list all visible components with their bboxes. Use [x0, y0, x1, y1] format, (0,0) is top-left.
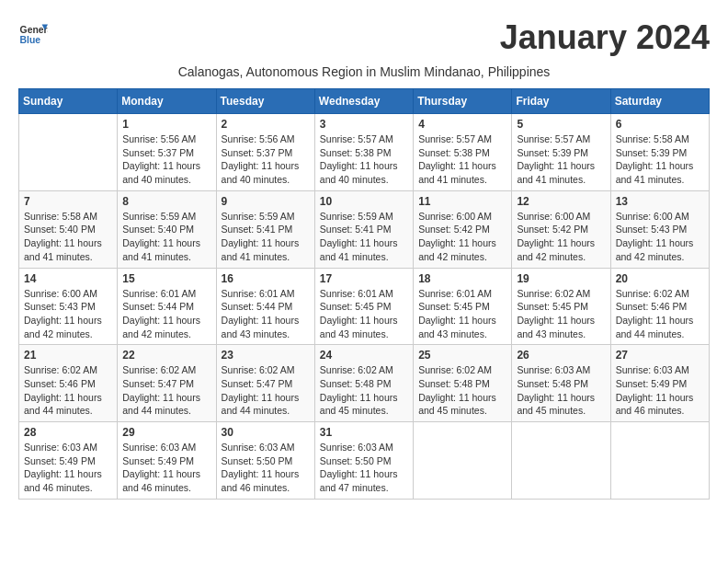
- calendar-cell: 2Sunrise: 5:56 AMSunset: 5:37 PMDaylight…: [216, 114, 314, 191]
- day-info: Sunrise: 5:59 AMSunset: 5:40 PMDaylight:…: [122, 210, 210, 264]
- day-info: Sunrise: 5:57 AMSunset: 5:38 PMDaylight:…: [320, 132, 408, 187]
- calendar-cell: 17Sunrise: 6:01 AMSunset: 5:45 PMDayligh…: [314, 268, 413, 345]
- day-number: 31: [320, 426, 408, 439]
- day-number: 15: [122, 272, 210, 285]
- calendar-cell: 20Sunrise: 6:02 AMSunset: 5:46 PMDayligh…: [610, 268, 709, 345]
- day-info: Sunrise: 6:03 AMSunset: 5:49 PMDaylight:…: [122, 441, 210, 495]
- day-number: 6: [616, 118, 704, 131]
- day-info: Sunrise: 5:57 AMSunset: 5:39 PMDaylight:…: [517, 132, 605, 187]
- day-number: 30: [222, 426, 310, 439]
- day-number: 17: [320, 272, 408, 285]
- weekday-header-row: SundayMondayTuesdayWednesdayThursdayFrid…: [19, 89, 710, 114]
- day-number: 24: [320, 349, 408, 362]
- weekday-header-wednesday: Wednesday: [314, 89, 413, 114]
- day-number: 10: [320, 195, 408, 208]
- calendar-cell: 5Sunrise: 5:57 AMSunset: 5:39 PMDaylight…: [512, 114, 610, 191]
- calendar-cell: [414, 422, 512, 500]
- day-info: Sunrise: 6:00 AMSunset: 5:43 PMDaylight:…: [24, 287, 112, 341]
- day-number: 7: [24, 195, 112, 208]
- day-info: Sunrise: 6:03 AMSunset: 5:50 PMDaylight:…: [222, 441, 310, 495]
- day-info: Sunrise: 6:02 AMSunset: 5:47 PMDaylight:…: [122, 363, 210, 418]
- day-info: Sunrise: 6:02 AMSunset: 5:46 PMDaylight:…: [24, 363, 112, 418]
- day-info: Sunrise: 6:02 AMSunset: 5:47 PMDaylight:…: [222, 363, 310, 418]
- calendar-cell: 24Sunrise: 6:02 AMSunset: 5:48 PMDayligh…: [314, 345, 413, 422]
- calendar-body: 1Sunrise: 5:56 AMSunset: 5:37 PMDaylight…: [19, 114, 710, 500]
- calendar-week-2: 7Sunrise: 5:58 AMSunset: 5:40 PMDaylight…: [19, 190, 710, 268]
- day-info: Sunrise: 5:56 AMSunset: 5:37 PMDaylight:…: [122, 132, 210, 187]
- calendar-cell: 10Sunrise: 5:59 AMSunset: 5:41 PMDayligh…: [314, 190, 413, 268]
- calendar-cell: 27Sunrise: 6:03 AMSunset: 5:49 PMDayligh…: [610, 345, 709, 422]
- day-info: Sunrise: 6:00 AMSunset: 5:42 PMDaylight:…: [418, 210, 506, 264]
- day-number: 27: [616, 349, 704, 362]
- day-number: 5: [517, 118, 605, 131]
- day-info: Sunrise: 6:03 AMSunset: 5:49 PMDaylight:…: [616, 363, 704, 418]
- calendar-cell: 6Sunrise: 5:58 AMSunset: 5:39 PMDaylight…: [610, 114, 709, 191]
- page-header: General Blue January 2024: [18, 18, 710, 57]
- calendar-cell: 4Sunrise: 5:57 AMSunset: 5:38 PMDaylight…: [414, 114, 512, 191]
- calendar-week-1: 1Sunrise: 5:56 AMSunset: 5:37 PMDaylight…: [19, 114, 710, 191]
- day-number: 12: [517, 195, 605, 208]
- day-info: Sunrise: 6:01 AMSunset: 5:44 PMDaylight:…: [122, 287, 210, 341]
- day-info: Sunrise: 6:02 AMSunset: 5:46 PMDaylight:…: [616, 287, 704, 341]
- day-number: 14: [24, 272, 112, 285]
- day-info: Sunrise: 5:56 AMSunset: 5:37 PMDaylight:…: [222, 132, 310, 187]
- calendar-subtitle: Calanogas, Autonomous Region in Muslim M…: [18, 64, 710, 79]
- day-number: 19: [517, 272, 605, 285]
- day-info: Sunrise: 6:03 AMSunset: 5:49 PMDaylight:…: [24, 441, 112, 495]
- calendar-cell: 15Sunrise: 6:01 AMSunset: 5:44 PMDayligh…: [118, 268, 216, 345]
- day-number: 3: [320, 118, 408, 131]
- day-number: 11: [418, 195, 506, 208]
- day-number: 26: [517, 349, 605, 362]
- day-number: 2: [222, 118, 310, 131]
- calendar-cell: 1Sunrise: 5:56 AMSunset: 5:37 PMDaylight…: [118, 114, 216, 191]
- calendar-cell: 23Sunrise: 6:02 AMSunset: 5:47 PMDayligh…: [216, 345, 314, 422]
- day-number: 1: [122, 118, 210, 131]
- calendar-cell: 31Sunrise: 6:03 AMSunset: 5:50 PMDayligh…: [314, 422, 413, 500]
- month-title: January 2024: [500, 18, 710, 57]
- day-info: Sunrise: 5:59 AMSunset: 5:41 PMDaylight:…: [222, 210, 310, 264]
- day-number: 4: [418, 118, 506, 131]
- day-number: 20: [616, 272, 704, 285]
- day-info: Sunrise: 6:02 AMSunset: 5:45 PMDaylight:…: [517, 287, 605, 341]
- weekday-header-saturday: Saturday: [610, 89, 709, 114]
- calendar-cell: 8Sunrise: 5:59 AMSunset: 5:40 PMDaylight…: [118, 190, 216, 268]
- day-info: Sunrise: 5:59 AMSunset: 5:41 PMDaylight:…: [320, 210, 408, 264]
- day-info: Sunrise: 6:00 AMSunset: 5:43 PMDaylight:…: [616, 210, 704, 264]
- day-info: Sunrise: 6:03 AMSunset: 5:48 PMDaylight:…: [517, 363, 605, 418]
- day-info: Sunrise: 6:01 AMSunset: 5:45 PMDaylight:…: [320, 287, 408, 341]
- calendar-header: SundayMondayTuesdayWednesdayThursdayFrid…: [19, 89, 710, 114]
- weekday-header-thursday: Thursday: [414, 89, 512, 114]
- day-info: Sunrise: 6:02 AMSunset: 5:48 PMDaylight:…: [418, 363, 506, 418]
- weekday-header-friday: Friday: [512, 89, 610, 114]
- day-number: 23: [222, 349, 310, 362]
- calendar-cell: [512, 422, 610, 500]
- calendar-cell: 21Sunrise: 6:02 AMSunset: 5:46 PMDayligh…: [19, 345, 118, 422]
- day-info: Sunrise: 5:57 AMSunset: 5:38 PMDaylight:…: [418, 132, 506, 187]
- calendar-cell: 9Sunrise: 5:59 AMSunset: 5:41 PMDaylight…: [216, 190, 314, 268]
- day-number: 8: [122, 195, 210, 208]
- calendar-cell: 3Sunrise: 5:57 AMSunset: 5:38 PMDaylight…: [314, 114, 413, 191]
- day-number: 13: [616, 195, 704, 208]
- calendar-cell: 13Sunrise: 6:00 AMSunset: 5:43 PMDayligh…: [610, 190, 709, 268]
- day-info: Sunrise: 6:02 AMSunset: 5:48 PMDaylight:…: [320, 363, 408, 418]
- calendar-week-4: 21Sunrise: 6:02 AMSunset: 5:46 PMDayligh…: [19, 345, 710, 422]
- day-info: Sunrise: 6:01 AMSunset: 5:44 PMDaylight:…: [222, 287, 310, 341]
- logo: General Blue: [18, 18, 48, 48]
- calendar-cell: 7Sunrise: 5:58 AMSunset: 5:40 PMDaylight…: [19, 190, 118, 268]
- calendar-cell: 16Sunrise: 6:01 AMSunset: 5:44 PMDayligh…: [216, 268, 314, 345]
- day-number: 22: [122, 349, 210, 362]
- calendar-cell: 30Sunrise: 6:03 AMSunset: 5:50 PMDayligh…: [216, 422, 314, 500]
- day-info: Sunrise: 6:00 AMSunset: 5:42 PMDaylight:…: [517, 210, 605, 264]
- weekday-header-tuesday: Tuesday: [216, 89, 314, 114]
- day-number: 21: [24, 349, 112, 362]
- calendar-cell: 28Sunrise: 6:03 AMSunset: 5:49 PMDayligh…: [19, 422, 118, 500]
- calendar-cell: [610, 422, 709, 500]
- day-number: 18: [418, 272, 506, 285]
- calendar-cell: 12Sunrise: 6:00 AMSunset: 5:42 PMDayligh…: [512, 190, 610, 268]
- day-number: 9: [222, 195, 310, 208]
- day-number: 28: [24, 426, 112, 439]
- svg-text:Blue: Blue: [20, 35, 41, 45]
- calendar-week-3: 14Sunrise: 6:00 AMSunset: 5:43 PMDayligh…: [19, 268, 710, 345]
- calendar-week-5: 28Sunrise: 6:03 AMSunset: 5:49 PMDayligh…: [19, 422, 710, 500]
- calendar-table: SundayMondayTuesdayWednesdayThursdayFrid…: [18, 88, 710, 500]
